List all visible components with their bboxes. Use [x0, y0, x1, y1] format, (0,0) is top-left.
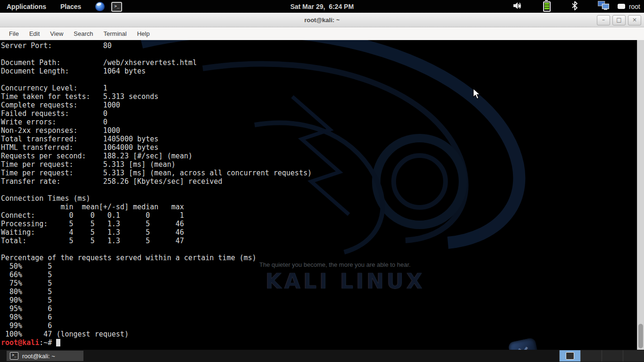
menu-help[interactable]: Help	[132, 27, 155, 40]
terminal-output: Server Port: 80 Document Path: /web/xhse…	[1, 41, 636, 347]
window-controls: – □ ×	[594, 15, 641, 25]
workspace-4[interactable]	[623, 350, 644, 362]
menu-edit[interactable]: Edit	[24, 27, 45, 40]
terminal-task-icon: >_	[10, 352, 18, 360]
prompt-separator: :	[39, 338, 43, 347]
window-title: root@kali: ~	[0, 13, 644, 27]
clock[interactable]: Sat Mar 29, 6:24 PM	[290, 3, 354, 10]
maximize-button[interactable]: □	[612, 15, 626, 25]
system-tray: root	[513, 0, 640, 13]
minimize-button[interactable]: –	[597, 15, 610, 25]
menu-view[interactable]: View	[45, 27, 68, 40]
terminal-viewport[interactable]: KALI LINUX The quieter you become, the m…	[0, 40, 644, 350]
task-button-terminal[interactable]: >_ root@kali: ~	[7, 351, 83, 361]
ab-benchmark-output: Server Port: 80 Document Path: /web/xhse…	[1, 41, 636, 338]
panel-left: Applications Places >_	[7, 1, 129, 12]
workspace-2[interactable]	[580, 350, 602, 362]
bluetooth-icon[interactable]	[571, 1, 578, 12]
battery-icon[interactable]	[543, 1, 551, 12]
prompt-path: ~	[43, 338, 48, 347]
prompt-symbol: #	[48, 338, 52, 347]
user-menu[interactable]: root	[629, 3, 640, 10]
shell-prompt: root@kali:~#	[1, 338, 636, 347]
menu-search[interactable]: Search	[68, 27, 98, 40]
scrollbar[interactable]	[637, 40, 644, 350]
terminal-launcher-icon[interactable]: >_	[111, 2, 122, 12]
top-panel: Applications Places >_ Sat Mar 29, 6:24 …	[0, 0, 644, 13]
workspace-switcher	[559, 350, 644, 362]
menu-file[interactable]: File	[4, 27, 24, 40]
titlebar[interactable]: root@kali: ~ – □ ×	[0, 13, 644, 27]
workspace-1[interactable]	[559, 350, 580, 362]
places-menu[interactable]: Places	[60, 3, 81, 10]
prompt-user: root@kali	[1, 338, 39, 347]
close-button[interactable]: ×	[628, 15, 641, 25]
workspace-3[interactable]	[602, 350, 623, 362]
text-cursor	[56, 339, 60, 346]
task-label: root@kali: ~	[22, 353, 55, 360]
network-icon[interactable]	[598, 1, 609, 12]
applications-menu[interactable]: Applications	[7, 3, 46, 10]
workspace-window-thumb	[566, 352, 574, 360]
desktop: Applications Places >_ Sat Mar 29, 6:24 …	[0, 0, 644, 362]
browser-launcher-icon[interactable]	[95, 2, 105, 11]
notification-icon[interactable]	[618, 4, 625, 9]
volume-muted-icon[interactable]	[513, 1, 523, 12]
terminal-window: root@kali: ~ – □ × File Edit View Search…	[0, 13, 644, 350]
menu-terminal[interactable]: Terminal	[99, 27, 132, 40]
scrollbar-thumb[interactable]	[638, 324, 643, 348]
taskbar: >_ root@kali: ~	[0, 350, 644, 362]
menubar: File Edit View Search Terminal Help	[0, 27, 644, 40]
